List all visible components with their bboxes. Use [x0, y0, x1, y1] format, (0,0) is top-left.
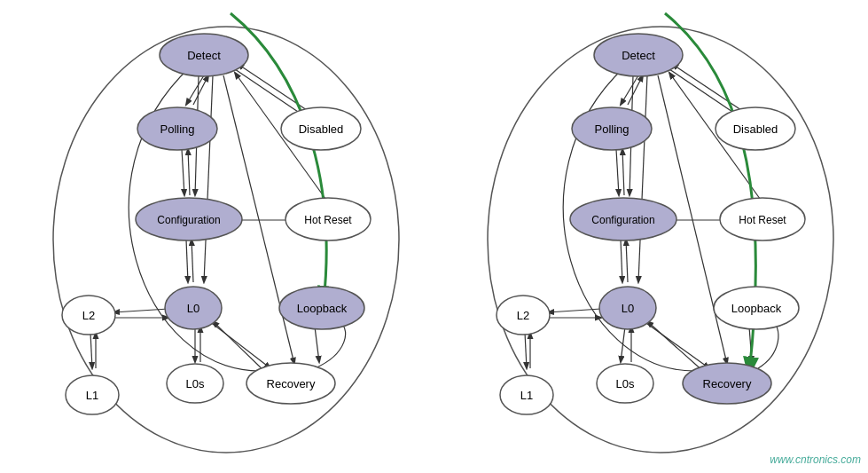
right-hotreset-label: Hot Reset: [739, 214, 786, 226]
svg-line-37: [669, 69, 740, 117]
left-l0-label: L0: [187, 302, 199, 315]
right-l1-label: L1: [520, 389, 533, 402]
svg-line-39: [616, 149, 619, 195]
left-detect-label: Detect: [187, 49, 221, 62]
right-l0-label: L0: [622, 302, 634, 315]
svg-line-13: [90, 333, 92, 368]
svg-line-3: [235, 69, 306, 117]
left-loopback-label: Loopback: [297, 302, 348, 315]
svg-line-54: [638, 75, 647, 282]
left-recovery-label: Recovery: [267, 377, 316, 390]
svg-line-7: [186, 240, 188, 282]
svg-line-16: [209, 321, 270, 368]
svg-line-47: [525, 333, 527, 368]
diagram-container: Detect Polling Disabled Configuration Ho…: [0, 0, 868, 473]
watermark: www.cntronics.com: [770, 453, 861, 466]
state-diagram-svg: Detect Polling Disabled Configuration Ho…: [0, 0, 868, 473]
svg-line-20: [204, 75, 213, 282]
right-configuration-label: Configuration: [591, 214, 654, 226]
svg-line-41: [621, 240, 622, 282]
right-recovery-label: Recovery: [703, 377, 752, 390]
right-l0s-label: L0s: [616, 377, 635, 390]
svg-line-6: [188, 149, 190, 195]
right-l2-label: L2: [517, 309, 529, 322]
left-hotreset-label: Hot Reset: [304, 214, 352, 226]
svg-line-49: [647, 321, 705, 373]
svg-line-8: [192, 240, 193, 282]
svg-line-42: [626, 240, 628, 282]
svg-line-9: [113, 309, 168, 312]
svg-line-40: [622, 149, 624, 195]
right-polling-label: Polling: [594, 122, 629, 136]
right-disabled-label: Disabled: [733, 122, 778, 136]
svg-line-5: [182, 149, 184, 195]
left-polling-label: Polling: [160, 122, 194, 136]
svg-line-15: [213, 321, 266, 373]
left-configuration-label: Configuration: [157, 214, 220, 226]
svg-line-38: [672, 64, 747, 114]
right-loopback-label: Loopback: [731, 302, 782, 315]
svg-line-4: [238, 64, 312, 114]
left-l2-label: L2: [82, 309, 95, 322]
right-detect-label: Detect: [622, 49, 655, 62]
left-disabled-label: Disabled: [299, 122, 344, 136]
left-l0s-label: L0s: [186, 377, 205, 390]
svg-line-50: [644, 321, 709, 368]
svg-line-22: [315, 327, 319, 362]
left-l1-label: L1: [86, 389, 98, 402]
